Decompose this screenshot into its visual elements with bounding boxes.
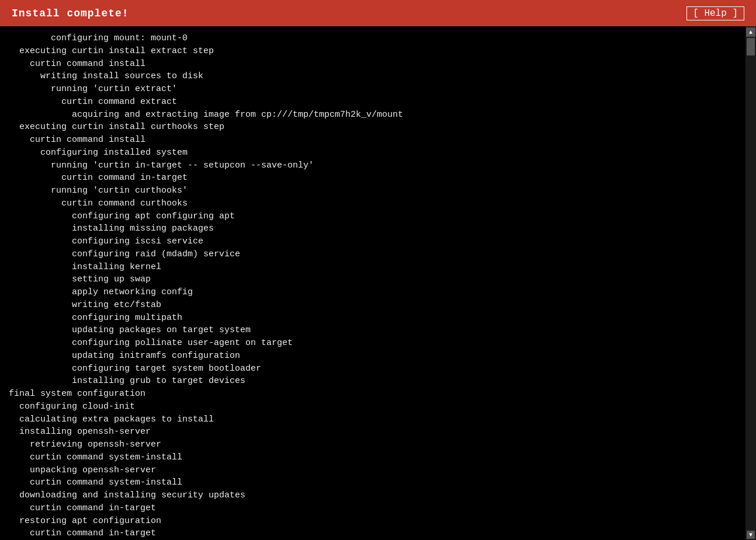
main-container: configuring mount: mount-0 executing cur… bbox=[0, 26, 756, 540]
terminal-line: running 'curtin extract' bbox=[9, 83, 737, 96]
terminal-line: curtin command curthooks bbox=[9, 197, 737, 210]
terminal-line: configuring cloud-init bbox=[9, 400, 737, 413]
scroll-thumb[interactable] bbox=[747, 38, 755, 55]
help-button[interactable]: [ Help ] bbox=[686, 6, 744, 20]
terminal-line: configuring installed system bbox=[9, 147, 737, 159]
terminal-line: curtin command system-install bbox=[9, 451, 737, 464]
terminal-line: writing etc/fstab bbox=[9, 299, 737, 312]
terminal-line: setting up swap bbox=[9, 273, 737, 286]
terminal-line: running 'curtin in-target -- setupcon --… bbox=[9, 159, 737, 172]
terminal-line: configuring apt configuring apt bbox=[9, 210, 737, 223]
terminal-line: writing install sources to disk bbox=[9, 70, 737, 83]
terminal-line: acquiring and extracting image from cp:/… bbox=[9, 109, 737, 121]
terminal-line: installing kernel bbox=[9, 261, 737, 274]
terminal-line: executing curtin install extract step bbox=[9, 45, 737, 58]
terminal-line: curtin command in-target bbox=[9, 502, 737, 515]
terminal-line: configuring iscsi service bbox=[9, 235, 737, 248]
terminal-line: configuring pollinate user-agent on targ… bbox=[9, 337, 737, 350]
terminal-output: configuring mount: mount-0 executing cur… bbox=[0, 26, 745, 540]
terminal-line: unpacking openssh-server bbox=[9, 464, 737, 477]
terminal-line: calculating extra packages to install bbox=[9, 413, 737, 426]
terminal-line: configuring mount: mount-0 bbox=[9, 32, 737, 45]
scroll-up-button[interactable]: ▲ bbox=[746, 27, 755, 37]
header-bar: Install complete! [ Help ] bbox=[0, 0, 756, 26]
terminal-line: installing grub to target devices bbox=[9, 375, 737, 388]
terminal-line: curtin command extract bbox=[9, 96, 737, 109]
terminal-line: curtin command install bbox=[9, 58, 737, 71]
terminal-line: configuring target system bootloader bbox=[9, 363, 737, 375]
terminal-line: updating packages on target system bbox=[9, 324, 737, 337]
terminal-line: curtin command system-install bbox=[9, 476, 737, 489]
terminal-line: retrieving openssh-server bbox=[9, 438, 737, 451]
terminal-line: downloading and installing security upda… bbox=[9, 489, 737, 502]
terminal-line: curtin command in-target bbox=[9, 172, 737, 184]
terminal-line: curtin command in-target bbox=[9, 527, 737, 540]
terminal-line: executing curtin install curthooks step bbox=[9, 121, 737, 134]
scroll-down-button[interactable]: ▼ bbox=[747, 531, 755, 539]
terminal-line: configuring multipath bbox=[9, 312, 737, 325]
header-title: Install complete! bbox=[12, 8, 129, 19]
terminal-line: curtin command install bbox=[9, 134, 737, 147]
terminal-line: updating initramfs configuration bbox=[9, 350, 737, 363]
scrollbar[interactable]: ▲ ▼ bbox=[745, 26, 756, 540]
terminal-line: installing missing packages bbox=[9, 222, 737, 235]
terminal-line: running 'curtin curthooks' bbox=[9, 184, 737, 197]
terminal-line: installing openssh-server bbox=[9, 426, 737, 438]
terminal-line: restoring apt configuration bbox=[9, 515, 737, 528]
terminal-line: apply networking config bbox=[9, 286, 737, 299]
terminal-line: configuring raid (mdadm) service bbox=[9, 248, 737, 261]
terminal-line: final system configuration bbox=[9, 388, 737, 400]
